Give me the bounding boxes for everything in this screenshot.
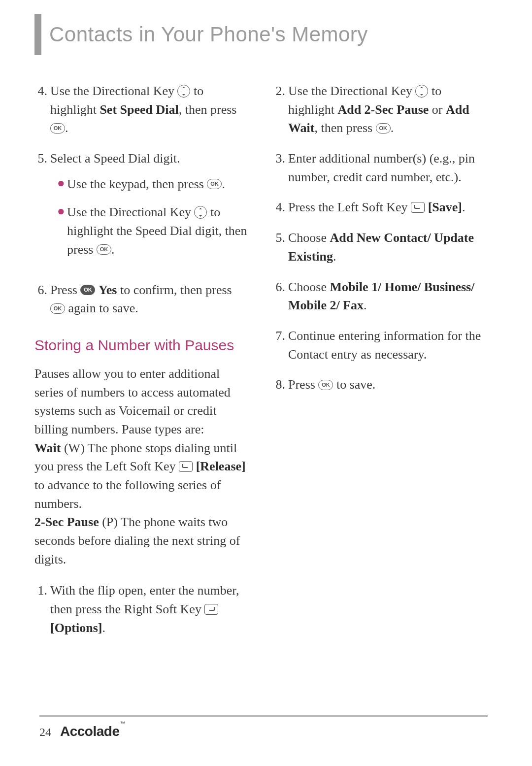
step-number: 7. bbox=[272, 327, 288, 364]
text: to confirm, then press bbox=[120, 283, 232, 297]
step-body: Use the Directional Key to highlight Add… bbox=[288, 82, 488, 137]
step-body: With the flip open, enter the number, th… bbox=[50, 581, 250, 637]
text: . bbox=[102, 621, 105, 635]
text: Press the Left Soft Key bbox=[288, 200, 411, 214]
bullet-body: Use the keypad, then press OK. bbox=[67, 175, 250, 194]
text: or bbox=[429, 102, 446, 117]
left-soft-key-icon bbox=[411, 202, 425, 213]
text: . bbox=[462, 200, 466, 214]
text: Use the keypad, then press bbox=[67, 177, 207, 191]
right-column: 2. Use the Directional Key to highlight … bbox=[272, 82, 488, 649]
ok-key-icon: OK bbox=[50, 303, 65, 314]
step-number: 5. bbox=[34, 149, 50, 268]
step-6: 6. Press OK Yes to confirm, then press O… bbox=[34, 281, 250, 318]
step-number: 6. bbox=[34, 281, 50, 318]
step-number: 1. bbox=[34, 581, 50, 637]
text: Use the Directional Key bbox=[67, 205, 194, 219]
text: Press bbox=[288, 377, 318, 392]
text: , then press bbox=[314, 121, 375, 135]
text: . bbox=[111, 242, 115, 257]
pause-step-2: 2. Use the Directional Key to highlight … bbox=[272, 82, 488, 137]
pause-step-4: 4. Press the Left Soft Key [Save]. bbox=[272, 198, 488, 217]
step-4: 4. Use the Directional Key to highlight … bbox=[34, 82, 250, 137]
bold-text: [Save] bbox=[428, 200, 462, 214]
step-body: Continue entering information for the Co… bbox=[288, 327, 488, 364]
step-number: 2. bbox=[272, 82, 288, 137]
step-number: 4. bbox=[34, 82, 50, 137]
directional-key-icon bbox=[177, 85, 190, 98]
bold-text: Wait bbox=[34, 441, 61, 455]
ok-key-icon: OK bbox=[207, 179, 222, 189]
page-footer: 24 Accolade™ bbox=[39, 724, 125, 739]
bullet-item: ● Use the keypad, then press OK. bbox=[50, 175, 250, 194]
ok-key-filled-icon: OK bbox=[80, 285, 95, 295]
step-body: Choose Mobile 1/ Home/ Business/ Mobile … bbox=[288, 278, 488, 315]
text: Press bbox=[50, 283, 80, 297]
bold-text: Set Speed Dial bbox=[100, 102, 178, 117]
text: Choose bbox=[288, 280, 330, 294]
pause-step-3: 3. Enter additional number(s) (e.g., pin… bbox=[272, 149, 488, 186]
step-number: 8. bbox=[272, 375, 288, 394]
footer-rule bbox=[39, 715, 488, 717]
text: to save. bbox=[336, 377, 375, 392]
pause-step-1: 1. With the flip open, enter the number,… bbox=[34, 581, 250, 637]
text: Choose bbox=[288, 231, 330, 245]
text: . bbox=[333, 249, 336, 264]
step-number: 6. bbox=[272, 278, 288, 315]
step-number: 4. bbox=[272, 198, 288, 217]
text: Select a Speed Dial digit. bbox=[50, 151, 180, 166]
bullet-list: ● Use the keypad, then press OK. ● Use t… bbox=[50, 175, 250, 259]
bold-text: Yes bbox=[99, 283, 117, 297]
bullet-body: Use the Directional Key to highlight the… bbox=[67, 203, 250, 259]
bullet-item: ● Use the Directional Key to highlight t… bbox=[50, 203, 250, 259]
step-body: Select a Speed Dial digit. ● Use the key… bbox=[50, 149, 250, 268]
left-column: 4. Use the Directional Key to highlight … bbox=[34, 82, 250, 649]
bold-text: [Release] bbox=[196, 459, 246, 473]
brand-text: Accolade bbox=[60, 724, 120, 739]
ok-key-icon: OK bbox=[376, 123, 391, 133]
pause-step-6: 6. Choose Mobile 1/ Home/ Business/ Mobi… bbox=[272, 278, 488, 315]
step-number: 3. bbox=[272, 149, 288, 186]
step-body: Enter additional number(s) (e.g., pin nu… bbox=[288, 149, 488, 186]
text: Pauses allow you to enter additional ser… bbox=[34, 366, 231, 436]
text: Use the Directional Key bbox=[50, 84, 177, 98]
trademark-icon: ™ bbox=[120, 720, 126, 726]
bold-text: Add 2-Sec Pause bbox=[337, 102, 429, 117]
bold-text: 2-Sec Pause bbox=[34, 515, 99, 529]
text: again to save. bbox=[68, 301, 138, 315]
bullet-dot-icon: ● bbox=[57, 203, 67, 259]
pause-step-5: 5. Choose Add New Contact/ Update Existi… bbox=[272, 229, 488, 266]
paragraph-pauses: Pauses allow you to enter additional ser… bbox=[34, 365, 250, 569]
text: . bbox=[222, 177, 225, 191]
step-body: Press OK Yes to confirm, then press OK a… bbox=[50, 281, 250, 318]
step-body: Press the Left Soft Key [Save]. bbox=[288, 198, 488, 217]
left-soft-key-icon bbox=[179, 461, 193, 472]
pause-step-7: 7. Continue entering information for the… bbox=[272, 327, 488, 364]
page-number: 24 bbox=[39, 726, 51, 739]
section-heading: Storing a Number with Pauses bbox=[34, 335, 250, 355]
directional-key-icon bbox=[194, 206, 207, 219]
text: to advance to the following series of nu… bbox=[34, 478, 221, 511]
text: Use the Directional Key bbox=[288, 84, 415, 98]
bullet-dot-icon: ● bbox=[57, 175, 67, 194]
header-accent-bar bbox=[34, 14, 41, 55]
directional-key-icon bbox=[415, 85, 428, 98]
page-header: Contacts in Your Phone's Memory bbox=[34, 14, 488, 55]
ok-key-icon: OK bbox=[318, 380, 333, 390]
text: . bbox=[364, 298, 367, 312]
pause-step-8: 8. Press OK to save. bbox=[272, 375, 488, 394]
step-body: Press OK to save. bbox=[288, 375, 488, 394]
ok-key-icon: OK bbox=[50, 123, 65, 133]
ok-key-icon: OK bbox=[97, 244, 111, 255]
step-body: Use the Directional Key to highlight Set… bbox=[50, 82, 250, 137]
text: . bbox=[391, 121, 394, 135]
text: . bbox=[65, 121, 68, 135]
brand-name: Accolade™ bbox=[60, 724, 125, 739]
right-soft-key-icon bbox=[204, 604, 218, 615]
step-5: 5. Select a Speed Dial digit. ● Use the … bbox=[34, 149, 250, 268]
page-title: Contacts in Your Phone's Memory bbox=[49, 14, 368, 55]
content-columns: 4. Use the Directional Key to highlight … bbox=[34, 82, 488, 649]
text: , then press bbox=[179, 102, 237, 117]
step-body: Choose Add New Contact/ Update Existing. bbox=[288, 229, 488, 266]
step-number: 5. bbox=[272, 229, 288, 266]
